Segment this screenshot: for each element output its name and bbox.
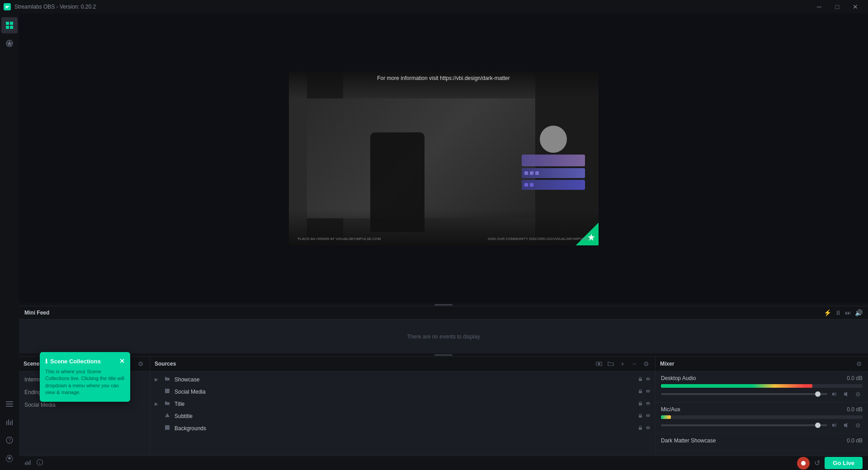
mixer-channel-dark-matter-header: Dark Matter Showcase 0.0 dB — [661, 437, 863, 444]
sc-info-icon: ℹ — [45, 358, 47, 365]
mixer-desktop-settings-btn[interactable]: ⚙ — [854, 390, 863, 399]
svg-point-29 — [647, 403, 649, 404]
source-visibility-title[interactable] — [646, 401, 651, 407]
maximize-button[interactable]: □ — [828, 0, 846, 14]
sidebar-item-settings[interactable] — [1, 450, 18, 466]
svg-rect-24 — [639, 391, 642, 393]
source-icon-social-media — [164, 388, 171, 395]
mixer-desktop-name: Desktop Audio — [661, 375, 696, 381]
sc-popup-header: ℹ Scene Collections ✕ — [45, 357, 125, 365]
source-lock-social-media[interactable] — [638, 389, 643, 395]
svg-point-32 — [647, 415, 649, 416]
mixer-mic-settings-btn[interactable]: ⚙ — [854, 421, 863, 430]
app-body: ? For m — [0, 14, 868, 470]
sources-remove-button[interactable]: − — [630, 359, 639, 368]
source-item-showcase[interactable]: ▶ Showcase — [150, 373, 655, 385]
mixer-mic-controls: ⚙ — [661, 421, 863, 430]
source-item-social-media[interactable]: ▶ Social Media — [150, 385, 655, 398]
source-icon-backgrounds — [164, 425, 171, 432]
source-chevron-showcase: ▶ — [155, 377, 160, 382]
svg-rect-9 — [6, 404, 13, 404]
minifeed-volume-button[interactable]: 🔊 — [855, 309, 863, 316]
source-name-showcase: Showcase — [175, 376, 634, 383]
svg-rect-10 — [6, 406, 13, 407]
svg-rect-40 — [27, 461, 28, 465]
mixer-mic-fader[interactable] — [661, 424, 827, 426]
svg-point-36 — [647, 427, 649, 428]
sources-settings-button[interactable]: ⚙ — [642, 359, 651, 368]
mixer-channel-dark-matter: Dark Matter Showcase 0.0 dB — [656, 434, 868, 451]
mixer-desktop-level-bar — [661, 384, 863, 388]
svg-point-19 — [598, 363, 600, 365]
mixer-channel-mic-header: Mic/Aux 0.0 dB — [661, 406, 863, 413]
sidebar-item-themes[interactable] — [1, 35, 18, 52]
mixer-mic-toggle-btn[interactable] — [830, 421, 839, 430]
mixer-mic-mute-btn[interactable] — [842, 421, 851, 430]
minifeed-skip-button[interactable]: ⏭ — [845, 309, 851, 316]
sidebar-item-help[interactable]: ? — [1, 432, 18, 448]
svg-rect-13 — [10, 421, 11, 425]
sidebar-item-scenes-nav[interactable] — [1, 396, 18, 412]
source-visibility-subtitle[interactable] — [646, 413, 651, 419]
svg-rect-34 — [639, 428, 642, 430]
mixer-channel-desktop: Desktop Audio 0.0 dB — [656, 371, 868, 403]
mixer-desktop-mute-btn[interactable] — [842, 390, 851, 399]
svg-rect-39 — [25, 462, 26, 465]
sources-add-button[interactable]: + — [618, 359, 627, 368]
mixer-mic-fader-thumb[interactable] — [815, 423, 821, 428]
sidebar-item-mixer-nav[interactable] — [1, 414, 18, 430]
source-name-title: Title — [175, 401, 634, 407]
sidebar: ? — [0, 14, 19, 470]
mixer-desktop-fader[interactable] — [661, 393, 827, 395]
minimize-button[interactable]: ─ — [810, 0, 828, 14]
source-lock-backgrounds[interactable] — [638, 425, 643, 432]
scene-collections-popup: ℹ Scene Collections ✕ This is where your… — [40, 352, 130, 402]
performance-icon[interactable] — [24, 459, 32, 467]
close-button[interactable]: ✕ — [846, 0, 864, 14]
source-lock-subtitle[interactable] — [638, 413, 643, 419]
source-visibility-backgrounds[interactable] — [646, 425, 651, 432]
mixer-dark-matter-name: Dark Matter Showcase — [661, 437, 716, 444]
sc-popup-close-button[interactable]: ✕ — [119, 357, 125, 365]
source-name-backgrounds: Backgrounds — [175, 425, 634, 432]
source-visibility-social-media[interactable] — [646, 389, 651, 395]
minifeed-filter-button[interactable]: ⚡ — [824, 309, 831, 316]
resize-handle-bar — [434, 304, 453, 306]
svg-rect-41 — [28, 462, 29, 465]
sidebar-item-studio[interactable] — [1, 17, 18, 33]
mixer-desktop-volume: 0.0 dB — [847, 375, 863, 381]
source-visibility-showcase[interactable] — [646, 376, 651, 383]
game-bottom-text: PLACE AN ORDER AT VISUALSBYIMPULSE.COM J… — [289, 237, 599, 241]
info-icon[interactable]: i — [36, 459, 43, 467]
mixer-mic-level-fill — [661, 415, 671, 419]
minifeed-title: Mini Feed — [24, 310, 49, 316]
profile-bar-2 — [522, 168, 585, 178]
svg-rect-30 — [639, 415, 642, 418]
mixer-channel-desktop-header: Desktop Audio 0.0 dB — [661, 375, 863, 381]
source-lock-showcase[interactable] — [638, 376, 643, 383]
sources-folder-button[interactable] — [606, 359, 615, 368]
app-title: Streamlabs OBS - Version: 0.20.2 — [14, 4, 96, 10]
source-name-subtitle: Subtitle — [175, 413, 634, 419]
scenes-settings-button[interactable]: ⚙ — [136, 359, 145, 368]
go-live-button[interactable]: Go Live — [825, 457, 863, 469]
reset-icon[interactable]: ↺ — [814, 459, 820, 467]
mixer-desktop-fader-thumb[interactable] — [815, 391, 821, 397]
source-item-backgrounds[interactable]: ▶ Backgrounds — [150, 422, 655, 434]
preview-area: For more information visit https://vbi.d… — [19, 14, 868, 303]
game-text-right: JOIN OUR COMMUNITY DISCORD.GG/VISUALSBYI… — [487, 237, 589, 241]
source-folder-icon-showcase — [164, 376, 171, 383]
mixer-settings-button[interactable]: ⚙ — [854, 359, 863, 368]
rec-dot — [801, 461, 806, 465]
source-lock-title[interactable] — [638, 401, 643, 407]
sources-camera-button[interactable] — [594, 359, 604, 368]
status-right: ↺ Go Live — [797, 457, 863, 470]
profile-overlay — [522, 126, 585, 190]
mixer-desktop-toggle-btn[interactable] — [830, 390, 839, 399]
source-item-title[interactable]: ▶ Title — [150, 398, 655, 410]
minifeed-pause-button[interactable]: ⏸ — [835, 309, 841, 316]
source-item-subtitle[interactable]: ▶ Subtitle — [150, 410, 655, 422]
main-content: For more information visit https://vbi.d… — [19, 14, 868, 470]
record-button[interactable] — [797, 457, 810, 470]
svg-point-17 — [8, 457, 11, 460]
